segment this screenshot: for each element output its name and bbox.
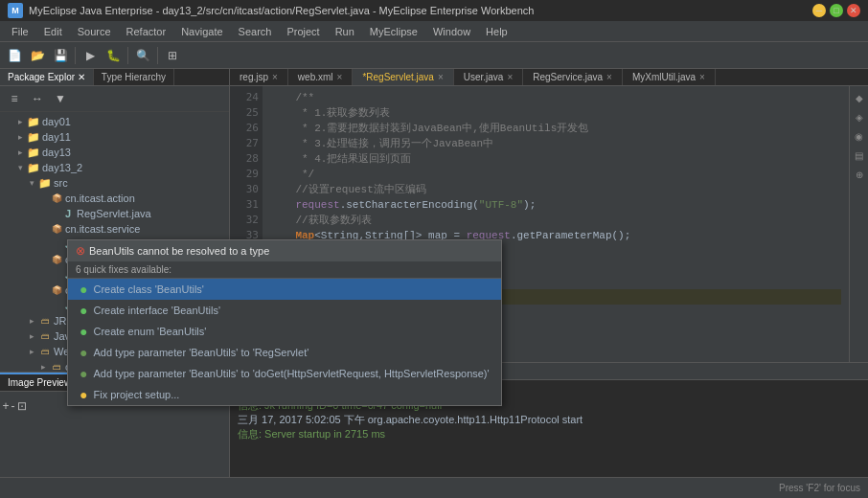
tree-item-label: RegServlet.java: [77, 208, 151, 219]
tree-item-label: day11: [42, 131, 71, 143]
tree-item[interactable]: ▾📁src: [0, 175, 229, 191]
line-number: 27: [230, 136, 259, 151]
editor-tab-close[interactable]: ×: [337, 72, 343, 82]
quickfix-item[interactable]: ●Fix project setup...: [230, 384, 501, 405]
menu-item-file[interactable]: File: [4, 24, 36, 39]
tree-item[interactable]: ▾📁day13_2: [0, 160, 229, 175]
editor-tab[interactable]: web.xml×: [288, 69, 354, 85]
window-title: MyEclipse Java Enterprise - day13_2/src/…: [29, 5, 812, 16]
menu-item-help[interactable]: Help: [478, 24, 515, 39]
titlebar: M MyEclipse Java Enterprise - day13_2/sr…: [0, 0, 868, 21]
menu-item-search[interactable]: Search: [231, 24, 280, 39]
editor-tab-close[interactable]: ×: [606, 72, 612, 82]
line-number: 29: [230, 167, 259, 182]
menu-item-window[interactable]: Window: [425, 24, 478, 39]
tree-item-label: cn.itcast.action: [65, 192, 135, 204]
code-line: //获取参数列表: [270, 213, 841, 228]
img-zoom-in[interactable]: +: [3, 399, 10, 413]
editor-tab[interactable]: RegService.java×: [523, 69, 623, 85]
toolbar-debug[interactable]: 🐛: [103, 45, 124, 66]
close-button[interactable]: ✕: [847, 4, 860, 17]
code-line: * 2.需要把数据封装到JavaBean中,使用BeanUtils开发包: [270, 121, 841, 136]
left-toolbar: ≡ ↔ ▼: [0, 86, 229, 112]
img-fit[interactable]: ⊡: [17, 399, 27, 413]
collapse-all-btn[interactable]: ≡: [4, 88, 25, 109]
link-editor-btn[interactable]: ↔: [27, 88, 48, 109]
editor-tab-label: RegService.java: [533, 72, 603, 82]
tree-item[interactable]: ▸📁day13: [0, 145, 229, 160]
ri-4[interactable]: ▤: [852, 147, 867, 163]
line-number: 24: [230, 90, 259, 105]
tree-item[interactable]: 📦cn.itcast.action: [0, 191, 229, 206]
tab-type-hierarchy[interactable]: Type Hierarchy: [94, 69, 174, 85]
toolbar-new[interactable]: 📄: [4, 45, 25, 66]
tree-item-label: src: [54, 177, 68, 189]
editor-tab-label: *RegServlet.java: [362, 72, 433, 82]
toolbar-sep-2: [127, 47, 128, 64]
quickfix-item[interactable]: ●Create class 'BeanUtils': [230, 279, 501, 300]
code-line: */: [270, 167, 841, 182]
code-line: /**: [270, 90, 841, 105]
line-number: 25: [230, 105, 259, 121]
menu-item-run[interactable]: Run: [328, 24, 362, 39]
toolbar-perspective[interactable]: ⊞: [162, 45, 183, 66]
editor-tab-label: web.xml: [298, 72, 333, 82]
tree-item-label: day13: [42, 147, 71, 158]
menu-item-navigate[interactable]: Navigate: [173, 24, 230, 39]
menu-item-refactor[interactable]: Refactor: [119, 24, 174, 39]
tree-item[interactable]: ▸📁day11: [0, 129, 229, 145]
left-tabs: Package Explor ✕ Type Hierarchy: [0, 69, 229, 86]
editor-tab[interactable]: User.java×: [454, 69, 524, 85]
line-number: 26: [230, 121, 259, 136]
img-zoom-out[interactable]: -: [11, 399, 15, 413]
tree-item-label: day01: [42, 116, 71, 127]
right-icons: ◆ ◈ ◉ ▤ ⊕: [849, 86, 868, 362]
quickfix-item[interactable]: ●Add type parameter 'BeanUtils' to 'doGe…: [230, 363, 501, 384]
menu-item-source[interactable]: Source: [70, 24, 119, 39]
code-line: * 4.把结果返回到页面: [270, 151, 841, 167]
editor-wrapper: reg.jsp×web.xml×*RegServlet.java×User.ja…: [230, 69, 868, 477]
quickfix-item[interactable]: ●Create interface 'BeanUtils': [230, 300, 501, 321]
tree-item[interactable]: ▸📁day01: [0, 114, 229, 129]
editor-tab[interactable]: reg.jsp×: [230, 69, 288, 85]
ri-5[interactable]: ⊕: [852, 167, 867, 182]
line-number: 28: [230, 151, 259, 167]
editor-tab-label: User.java: [464, 72, 504, 82]
editor-tab-close[interactable]: ×: [438, 72, 444, 82]
menu-item-edit[interactable]: Edit: [36, 24, 70, 39]
editor-tab[interactable]: MyXmlUtil.java×: [623, 69, 716, 85]
editor-tab-close[interactable]: ×: [699, 72, 705, 82]
toolbar-search[interactable]: 🔍: [132, 45, 153, 66]
quickfix-item[interactable]: ●Add type parameter 'BeanUtils' to 'RegS…: [230, 342, 501, 363]
ri-2[interactable]: ◈: [852, 109, 867, 124]
app-icon: M: [8, 3, 23, 18]
toolbar: 📄 📂 💾 ▶ 🐛 🔍 ⊞: [0, 42, 868, 69]
editor-tab[interactable]: *RegServlet.java×: [353, 69, 453, 85]
editor-tabs: reg.jsp×web.xml×*RegServlet.java×User.ja…: [230, 69, 868, 86]
menubar: FileEditSourceRefactorNavigateSearchProj…: [0, 21, 868, 42]
toolbar-run[interactable]: ▶: [80, 45, 101, 66]
tree-item[interactable]: 📦cn.itcast.service: [0, 221, 229, 237]
toolbar-open[interactable]: 📂: [27, 45, 48, 66]
menu-item-myeclipse[interactable]: MyEclipse: [362, 24, 425, 39]
ri-3[interactable]: ◉: [852, 128, 867, 144]
editor-tab-label: MyXmlUtil.java: [632, 72, 696, 82]
quickfix-header: ⊗ BeanUtils cannot be resolved to a type: [230, 240, 501, 261]
tab-package-explorer[interactable]: Package Explor ✕: [0, 69, 94, 85]
line-number: 31: [230, 197, 259, 213]
ri-1[interactable]: ◆: [852, 90, 867, 105]
window-controls[interactable]: ─ □ ✕: [812, 4, 860, 17]
editor-tab-close[interactable]: ×: [507, 72, 513, 82]
code-line: * 1.获取参数列表: [270, 105, 841, 121]
minimize-button[interactable]: ─: [812, 4, 826, 17]
main-area: Package Explor ✕ Type Hierarchy ≡ ↔ ▼ ▸📁…: [0, 69, 868, 477]
quickfix-item[interactable]: ●Create enum 'BeanUtils': [230, 321, 501, 342]
press-f2-status: Press 'F2' for focus: [779, 483, 860, 493]
view-menu-btn[interactable]: ▼: [50, 88, 71, 109]
menu-item-project[interactable]: Project: [279, 24, 327, 39]
toolbar-save[interactable]: 💾: [50, 45, 71, 66]
code-line: request.setCharacterEncoding("UTF-8");: [270, 197, 841, 213]
tree-item[interactable]: JRegServlet.java: [0, 206, 229, 221]
editor-tab-close[interactable]: ×: [272, 72, 278, 82]
maximize-button[interactable]: □: [830, 4, 843, 17]
